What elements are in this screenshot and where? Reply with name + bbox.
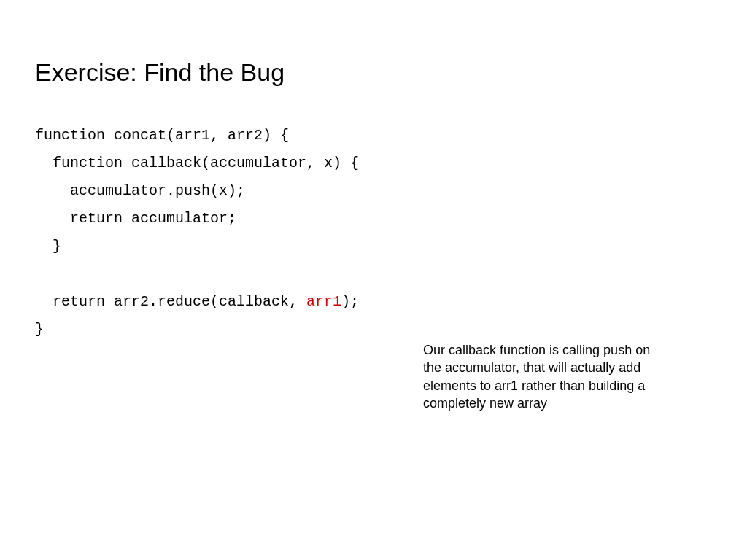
code-line-suffix: ); <box>341 293 359 310</box>
code-highlight: arr1 <box>306 293 341 310</box>
code-line: function callback(accumulator, x) { <box>35 155 359 171</box>
slide-title: Exercise: Find the Bug <box>35 58 718 87</box>
explanation-text: Our callback function is calling push on… <box>423 341 671 412</box>
code-line: function concat(arr1, arr2) { <box>35 127 289 144</box>
code-line: accumulator.push(x); <box>35 182 245 199</box>
code-line-prefix: return arr2.reduce(callback, <box>35 293 306 310</box>
code-line: } <box>35 238 61 254</box>
code-line: } <box>35 321 44 338</box>
code-block: function concat(arr1, arr2) { function c… <box>35 122 718 343</box>
code-line: return accumulator; <box>35 210 236 227</box>
